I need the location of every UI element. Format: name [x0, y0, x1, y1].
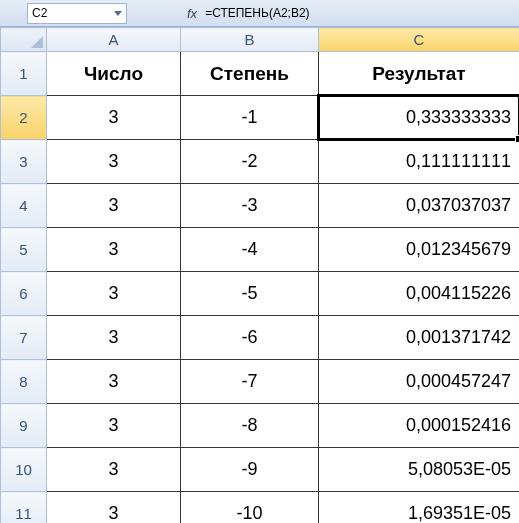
cell[interactable]: -8 — [181, 404, 319, 448]
cell[interactable]: -5 — [181, 272, 319, 316]
row-header[interactable]: 5 — [1, 228, 47, 272]
row-header[interactable]: 3 — [1, 140, 47, 184]
row-header[interactable]: 9 — [1, 404, 47, 448]
cell-C1[interactable]: Результат — [319, 52, 520, 96]
fx-icon[interactable]: fx — [187, 6, 197, 21]
row-header[interactable]: 1 — [1, 52, 47, 96]
cell[interactable]: 3 — [47, 272, 181, 316]
cell[interactable]: 5,08053E-05 — [319, 448, 520, 492]
cell[interactable]: 3 — [47, 96, 181, 140]
formula-bar: C2 fx =СТЕПЕНЬ(A2;B2) — [0, 0, 519, 27]
row-header[interactable]: 2 — [1, 96, 47, 140]
name-box[interactable]: C2 — [27, 3, 127, 24]
cell[interactable]: 0,012345679 — [319, 228, 520, 272]
cell[interactable]: 3 — [47, 228, 181, 272]
formula-area: fx =СТЕПЕНЬ(A2;B2) — [187, 6, 310, 21]
cell[interactable]: -10 — [181, 492, 319, 524]
cell-selected[interactable]: 0,333333333 — [319, 96, 520, 140]
cell[interactable]: 0,111111111 — [319, 140, 520, 184]
name-box-value: C2 — [32, 6, 114, 20]
dropdown-icon[interactable] — [114, 11, 122, 16]
cell[interactable]: 3 — [47, 492, 181, 524]
cell[interactable]: -2 — [181, 140, 319, 184]
cell[interactable]: -6 — [181, 316, 319, 360]
col-header-B[interactable]: B — [181, 28, 319, 52]
cell[interactable]: 3 — [47, 184, 181, 228]
cell[interactable]: 3 — [47, 316, 181, 360]
cell[interactable]: 3 — [47, 140, 181, 184]
cell[interactable]: -9 — [181, 448, 319, 492]
cell-A1[interactable]: Число — [47, 52, 181, 96]
row-header[interactable]: 10 — [1, 448, 47, 492]
row-header[interactable]: 6 — [1, 272, 47, 316]
cell[interactable]: -3 — [181, 184, 319, 228]
cell[interactable]: 3 — [47, 360, 181, 404]
cell[interactable]: 1,69351E-05 — [319, 492, 520, 524]
cell[interactable]: -1 — [181, 96, 319, 140]
row-header[interactable]: 7 — [1, 316, 47, 360]
col-header-A[interactable]: A — [47, 28, 181, 52]
cell[interactable]: 3 — [47, 448, 181, 492]
select-all-corner[interactable] — [1, 28, 47, 52]
cell[interactable]: -7 — [181, 360, 319, 404]
cell[interactable]: -4 — [181, 228, 319, 272]
col-header-C[interactable]: C — [319, 28, 520, 52]
cell[interactable]: 0,004115226 — [319, 272, 520, 316]
cell[interactable]: 3 — [47, 404, 181, 448]
cell[interactable]: 0,037037037 — [319, 184, 520, 228]
formula-input[interactable]: =СТЕПЕНЬ(A2;B2) — [205, 6, 309, 20]
cell[interactable]: 0,000457247 — [319, 360, 520, 404]
cell-B1[interactable]: Степень — [181, 52, 319, 96]
row-header[interactable]: 4 — [1, 184, 47, 228]
row-header[interactable]: 11 — [1, 492, 47, 524]
cell[interactable]: 0,000152416 — [319, 404, 520, 448]
row-header[interactable]: 8 — [1, 360, 47, 404]
spreadsheet-grid[interactable]: A B C 1 Число Степень Результат 2 3 -1 0… — [0, 27, 519, 523]
cell[interactable]: 0,001371742 — [319, 316, 520, 360]
